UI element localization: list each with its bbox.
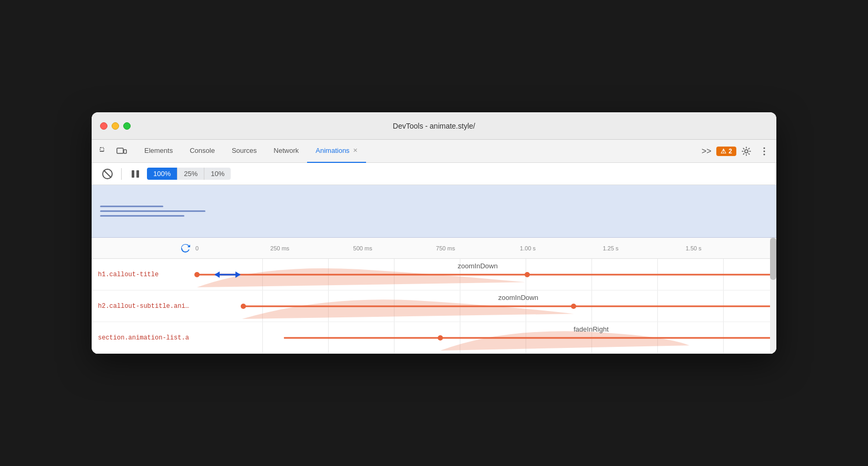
svg-point-6 — [764, 150, 765, 152]
badge-count: 2 — [728, 148, 732, 155]
anim-name-2: zoomInDown — [498, 294, 538, 302]
ruler-marks: 0 250 ms 500 ms 750 ms 1.00 s 1.25 s 1.5… — [197, 238, 776, 259]
badge-warning-button[interactable]: ⚠ 2 — [716, 147, 736, 156]
speed-10-button[interactable]: 10% — [204, 168, 231, 180]
tab-elements[interactable]: Elements — [136, 140, 181, 163]
anim-row-3: section.animation-list.a fadeInRight — [92, 322, 776, 354]
scrollbar-thumb[interactable] — [770, 238, 776, 280]
more-options-icon[interactable] — [756, 143, 772, 159]
anim-track-2[interactable]: zoomInDown — [197, 290, 776, 322]
badge-icon: ⚠ — [721, 148, 726, 155]
maximize-button[interactable] — [123, 122, 131, 130]
ruler-left — [92, 241, 197, 256]
preview-lines — [100, 206, 205, 217]
svg-line-9 — [104, 170, 111, 178]
tab-right-controls: >> ⚠ 2 — [698, 143, 772, 159]
preview-panel — [92, 185, 776, 238]
anim-dot-3-start[interactable] — [438, 335, 443, 341]
speed-100-button[interactable]: 100% — [147, 168, 177, 180]
close-button[interactable] — [100, 122, 107, 130]
anim-bar-2 — [243, 305, 776, 307]
preview-line-3 — [100, 215, 184, 217]
svg-rect-2 — [117, 148, 123, 153]
toolbar-divider — [121, 168, 122, 180]
device-toggle-icon[interactable] — [114, 143, 130, 159]
tab-console[interactable]: Console — [181, 140, 223, 163]
inspect-element-icon[interactable] — [96, 143, 112, 159]
anim-name-1: zoomInDown — [458, 262, 498, 270]
scrollbar-track — [770, 238, 776, 354]
traffic-lights — [100, 122, 131, 130]
anim-dot-1-start[interactable] — [194, 272, 200, 277]
anim-track-1[interactable]: zoomInDown — [197, 259, 776, 290]
drag-arrow-1[interactable] — [214, 269, 241, 280]
timeline-area: 0 250 ms 500 ms 750 ms 1.00 s 1.25 s 1.5… — [92, 238, 776, 354]
anim-label-1: h1.callout-title — [92, 271, 197, 278]
anim-dot-2-end[interactable] — [571, 304, 576, 309]
anim-row-2: h2.callout-subtitle.anima zoomInDown — [92, 290, 776, 322]
anim-dot-1-end[interactable] — [525, 272, 530, 277]
settings-icon[interactable] — [738, 143, 754, 159]
svg-point-7 — [764, 153, 765, 155]
svg-rect-0 — [100, 148, 104, 151]
anim-dot-2-start[interactable] — [241, 304, 246, 309]
pause-animations-icon[interactable] — [128, 167, 143, 181]
ruler-mark-250: 250 ms — [270, 245, 289, 251]
tab-network[interactable]: Network — [265, 140, 308, 163]
more-tabs-button[interactable]: >> — [698, 143, 714, 159]
replay-button[interactable] — [178, 241, 193, 256]
ruler-mark-0: 0 — [195, 245, 199, 251]
ruler-mark-125: 1.25 s — [603, 245, 618, 251]
svg-rect-3 — [124, 150, 126, 153]
anim-row-1: h1.callout-title — [92, 259, 776, 290]
ruler-mark-750: 750 ms — [436, 245, 455, 251]
preview-line-1 — [100, 206, 163, 207]
timeline-ruler: 0 250 ms 500 ms 750 ms 1.00 s 1.25 s 1.5… — [92, 238, 776, 259]
minimize-button[interactable] — [112, 122, 119, 130]
svg-point-4 — [745, 150, 748, 153]
devtools-window: DevTools - animate.style/ — [92, 112, 776, 354]
anim-track-3[interactable]: fadeInRight — [197, 322, 776, 353]
anim-name-3: fadeInRight — [574, 325, 609, 333]
svg-point-5 — [764, 147, 765, 149]
devtools-body: Elements Console Sources Network Animati… — [92, 140, 776, 354]
speed-25-button[interactable]: 25% — [177, 168, 204, 180]
ruler-mark-150: 1.50 s — [686, 245, 702, 251]
tab-animations-close[interactable]: ✕ — [353, 147, 358, 154]
animation-rows: h1.callout-title — [92, 259, 776, 354]
svg-rect-10 — [132, 170, 134, 178]
ruler-mark-1s: 1.00 s — [520, 245, 536, 251]
ruler-mark-500: 500 ms — [353, 245, 372, 251]
animation-toolbar: 100% 25% 10% — [92, 163, 776, 185]
svg-marker-13 — [214, 271, 220, 278]
window-title: DevTools - animate.style/ — [393, 122, 475, 130]
anim-bar-3 — [284, 337, 776, 338]
tab-sources[interactable]: Sources — [223, 140, 265, 163]
anim-label-2: h2.callout-subtitle.anima — [92, 303, 197, 310]
no-throttle-icon[interactable] — [100, 167, 115, 181]
anim-label-3: section.animation-list.a — [92, 334, 197, 342]
anim-bar-1 — [197, 274, 776, 275]
svg-marker-14 — [235, 271, 241, 278]
tab-animations[interactable]: Animations ✕ — [307, 140, 366, 163]
title-bar: DevTools - animate.style/ — [92, 112, 776, 140]
tab-bar: Elements Console Sources Network Animati… — [92, 140, 776, 163]
main-area: 0 250 ms 500 ms 750 ms 1.00 s 1.25 s 1.5… — [92, 185, 776, 354]
speed-buttons: 100% 25% 10% — [147, 168, 231, 180]
preview-line-2 — [100, 210, 205, 212]
tab-bar-icons — [96, 143, 130, 159]
svg-rect-11 — [136, 170, 139, 178]
